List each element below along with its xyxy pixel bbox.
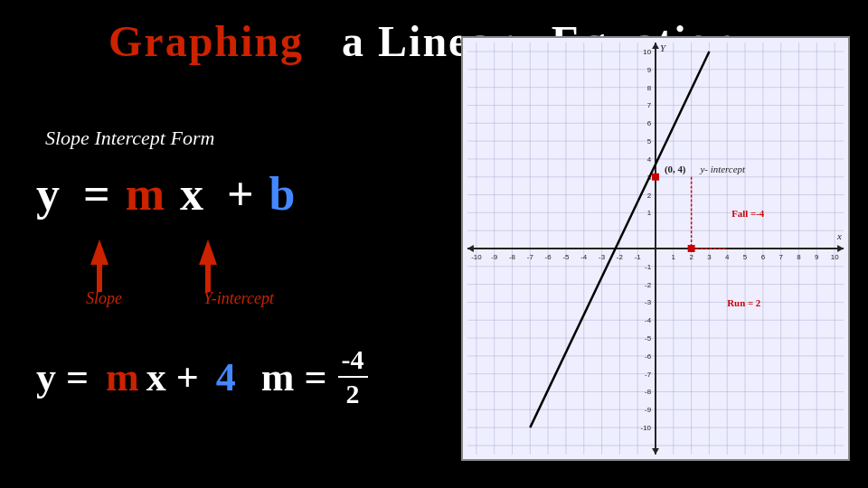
main-equation: y = m x + b [36,167,296,221]
slope-intercept-label: Slope Intercept Form [45,127,214,150]
svg-text:y- intercept: y- intercept [700,164,746,174]
svg-text:-2: -2 [617,253,623,261]
svg-text:9: 9 [647,66,652,74]
svg-text:-6: -6 [645,352,652,361]
svg-text:-9: -9 [491,253,498,261]
svg-text:Run = 2: Run = 2 [727,297,760,308]
arrow-slope [90,239,108,292]
svg-text:Fall =-4: Fall =-4 [731,208,765,219]
svg-text:-8: -8 [645,388,652,396]
eq-bottom-m: m [106,354,139,400]
arrow-yint [199,239,217,292]
svg-text:x: x [836,230,842,241]
svg-text:3: 3 [707,253,712,261]
svg-text:-10: -10 [471,253,482,261]
svg-text:-5: -5 [645,334,652,343]
graph-container: x Y -10 -9 -8 -7 -6 -5 -4 -3 -2 -1 1 2 3… [461,36,850,461]
svg-text:-10: -10 [641,424,652,432]
svg-text:4: 4 [647,155,652,164]
svg-text:9: 9 [815,253,819,261]
svg-text:5: 5 [743,253,748,261]
arrow-stem-yint [205,265,211,292]
svg-text:5: 5 [647,137,652,145]
arrow-up-yint [199,239,217,265]
svg-text:-7: -7 [645,371,651,379]
eq-y: y = [36,167,122,221]
svg-text:-5: -5 [562,253,570,261]
fraction-numerator: -4 [338,343,368,378]
svg-text:4: 4 [725,253,730,261]
svg-text:-1: -1 [645,263,652,271]
svg-text:6: 6 [647,119,652,127]
title-graphing: Graphing [108,17,304,65]
svg-text:-8: -8 [509,253,516,261]
svg-text:-4: -4 [580,253,588,261]
svg-text:10: 10 [831,253,839,261]
svg-text:6: 6 [761,253,766,261]
eq-b: b [269,167,296,221]
label-yint: Y-intercept [203,289,274,308]
eq-m: m [126,167,165,221]
svg-text:2: 2 [647,192,651,200]
fraction-denominator: 2 [343,378,363,410]
eq-x: x + [168,167,266,221]
arrow-stem-slope [97,265,102,292]
arrows-container [36,239,344,292]
arrow-up-slope [90,239,108,265]
svg-text:1: 1 [672,253,676,261]
graph-svg: x Y -10 -9 -8 -7 -6 -5 -4 -3 -2 -1 1 2 3… [463,38,848,459]
label-slope: Slope [86,289,122,308]
eq-bottom-meq: m = [261,354,327,400]
svg-text:-3: -3 [599,253,606,261]
svg-text:-4: -4 [645,316,652,324]
eq-bottom-x: x + [146,354,209,400]
bottom-equation: y = m x + 4 m = -4 2 [36,343,368,410]
svg-text:-1: -1 [635,253,642,261]
svg-text:8: 8 [647,84,652,92]
svg-text:-2: -2 [645,281,651,289]
eq-bottom-4: 4 [216,354,236,400]
svg-text:7: 7 [647,101,651,109]
eq-bottom-y: y = [36,354,99,400]
svg-text:-9: -9 [645,406,652,414]
svg-rect-94 [652,174,659,181]
svg-text:7: 7 [778,253,782,261]
fraction: -4 2 [338,343,368,410]
svg-text:8: 8 [797,253,801,261]
svg-text:1: 1 [647,209,652,217]
svg-text:-3: -3 [645,298,652,306]
svg-text:-7: -7 [527,253,533,261]
svg-text:10: 10 [643,48,651,56]
svg-text:2: 2 [689,253,693,261]
svg-text:-6: -6 [545,253,552,261]
labels-row: Slope Y-intercept [36,289,344,308]
svg-text:(0, 4): (0, 4) [665,164,686,175]
